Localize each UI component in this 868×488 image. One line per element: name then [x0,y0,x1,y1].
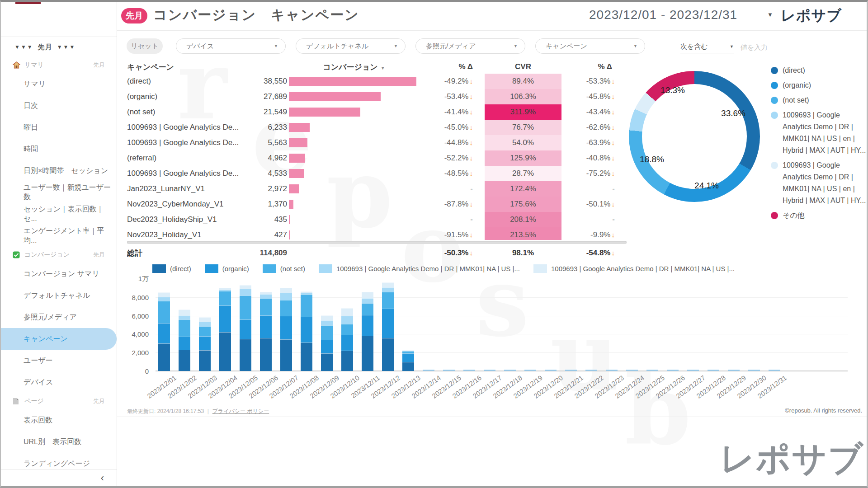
bar-segment [158,301,170,323]
sidebar-item[interactable]: エンゲージメント率｜平均... [1,225,117,247]
stacked-bar[interactable] [362,292,373,371]
bar-segment [423,371,434,371]
privacy-policy-link[interactable]: プライバシー ポリシー [212,408,269,414]
stacked-bar[interactable] [484,370,495,371]
stacked-bar[interactable] [748,370,760,371]
stacked-bar[interactable] [524,370,536,371]
sidebar-item[interactable]: ユーザー数｜新規ユーザー数 [1,182,117,203]
table-row[interactable]: 1009693 | Google Analytics De...6,233-45… [127,120,627,135]
sidebar-item[interactable]: 参照元/メディア [1,306,117,328]
stacked-bar[interactable] [423,370,434,371]
table-row[interactable]: Dec2023_HolidayShip_V1435-208.1%- [127,212,627,227]
sidebar-section-1: コンバージョン先月 [1,247,117,263]
stacked-bar[interactable] [626,370,638,371]
table-row[interactable]: 1009693 | Google Analytics De...5,563-44… [127,135,627,150]
delta-text: -53.3% [586,77,611,85]
stacked-bar[interactable] [402,350,414,371]
stacked-bar[interactable] [158,292,170,371]
bar-segment [585,371,597,371]
collapse-sidebar-icon[interactable]: ‹ [101,473,104,483]
stacked-bar[interactable] [280,288,292,371]
sidebar-item[interactable]: 時間 [1,138,117,160]
stacked-bar[interactable] [443,370,455,371]
sidebar-item[interactable]: 日別×時間帯 セッション [1,160,117,182]
sidebar-item[interactable]: ユーザー [1,350,117,371]
stacked-bar[interactable] [199,317,211,371]
campaign-name: (direct) [127,77,241,86]
filter-dropdown-3[interactable]: キャンペーン▼ [535,38,645,54]
stacked-bar[interactable] [240,285,251,371]
sidebar-item[interactable]: サマリ [1,73,117,95]
bar-segment [199,322,211,326]
stacked-bar[interactable] [179,310,190,371]
bar-segment [769,371,780,371]
stacked-bar[interactable] [545,370,557,371]
bar-segment [219,291,231,306]
sidebar-item[interactable]: キャンペーン [1,328,117,350]
sidebar-item[interactable]: デバイス [1,371,117,393]
chevron-down-icon: ▼ [730,44,734,49]
legend-dot-icon [771,97,778,104]
sidebar-item[interactable]: URL別 表示回数 [1,431,117,453]
stacked-bar[interactable] [382,282,394,371]
bar-legend-label: (organic) [222,265,249,272]
stacked-bar[interactable] [463,370,475,371]
delta-text: -9.9% [590,230,610,239]
table-row[interactable]: 1009693 | Google Analytics De...4,533-48… [127,166,627,181]
table-row[interactable]: (direct)38,550-49.2%↓89.4%-53.3%↓ [127,74,627,89]
arrow-down-icon: ↓ [470,249,473,257]
sidebar-item[interactable]: 日次 [1,95,117,117]
date-range-picker[interactable]: 2023/12/01 - 2023/12/31 [589,8,737,22]
chevron-down-icon[interactable]: ▼ [767,11,773,18]
donut-legend-label: 1009693 | Google Analytics Demo | DR | M… [783,109,867,156]
stacked-bar[interactable] [606,370,618,371]
table-row[interactable]: (organic)27,689-53.4%↓106.3%-45.8%↓ [127,89,627,104]
page-title: コンバージョン キャンペーン [153,6,359,24]
sidebar-item[interactable]: コンバージョン サマリ [1,263,117,285]
table-row[interactable]: (referral)4,962-52.2%↓125.9%-40.8%↓ [127,150,627,166]
table-scrollbar[interactable] [127,241,627,244]
table-row[interactable]: (not set)21,549-41.4%↓311.9%-43.4%↓ [127,104,627,120]
stacked-bar[interactable] [260,292,272,371]
campaign-name: 1009693 | Google Analytics De... [127,123,241,132]
sidebar-item[interactable]: セッション｜表示回数｜セ... [1,203,117,225]
stacked-bar[interactable] [646,370,658,371]
y-axis-tick: 1万 [138,275,149,283]
col-conversions-sort[interactable]: コンバージョン▼ [288,62,420,72]
reset-button[interactable]: リセット [127,38,163,54]
bar-segment [179,319,190,337]
stacked-bar[interactable] [585,370,597,371]
condition-select[interactable]: 次を含む ▼ [680,40,734,53]
stacked-bar[interactable] [565,370,577,371]
legend-dot-icon [771,67,778,74]
sidebar-item[interactable]: 曜日 [1,117,117,138]
sidebar-item[interactable]: デフォルトチャネル [1,285,117,306]
stacked-bar[interactable] [687,370,699,371]
copyright: ©reposub. All rights reserved. [785,407,862,414]
stacked-bar[interactable] [341,308,353,371]
filter-dropdown-1[interactable]: デフォルトチャネル▼ [296,38,406,54]
stacked-bar[interactable] [504,370,516,371]
filter-dropdown-2[interactable]: 参照元/メディア▼ [415,38,525,54]
filter-dropdown-0[interactable]: デバイス▼ [176,38,286,54]
stacked-bar[interactable] [219,288,231,371]
stacked-bar[interactable] [321,315,333,371]
table-row[interactable]: Nov2023_CyberMonday_V11,370-87.8%↓175.6%… [127,197,627,212]
table-row[interactable]: Jan2023_LunarNY_V12,972-172.4%- [127,181,627,197]
filter-value-input[interactable] [740,40,850,54]
stacked-bar[interactable] [301,291,312,371]
stacked-bar[interactable] [728,370,740,371]
stacked-bar[interactable] [667,370,679,371]
delta-value: -63.9%↓ [561,138,627,147]
arrow-down-icon: ↓ [612,123,615,131]
sidebar-section-label: ページ [24,397,44,405]
bar-segment [179,350,190,371]
legend-dot-icon [771,212,778,219]
table-row[interactable]: Nov2023_Holiday_V1427-91.5%↓213.5%-9.9%↓ [127,227,627,240]
bar-segment [321,320,333,325]
stacked-bar[interactable] [769,370,780,371]
stacked-bar[interactable] [708,370,719,371]
sidebar-item[interactable]: 表示回数 [1,409,117,431]
bar-segment [158,323,170,343]
delta-text: -52.2% [444,154,469,162]
